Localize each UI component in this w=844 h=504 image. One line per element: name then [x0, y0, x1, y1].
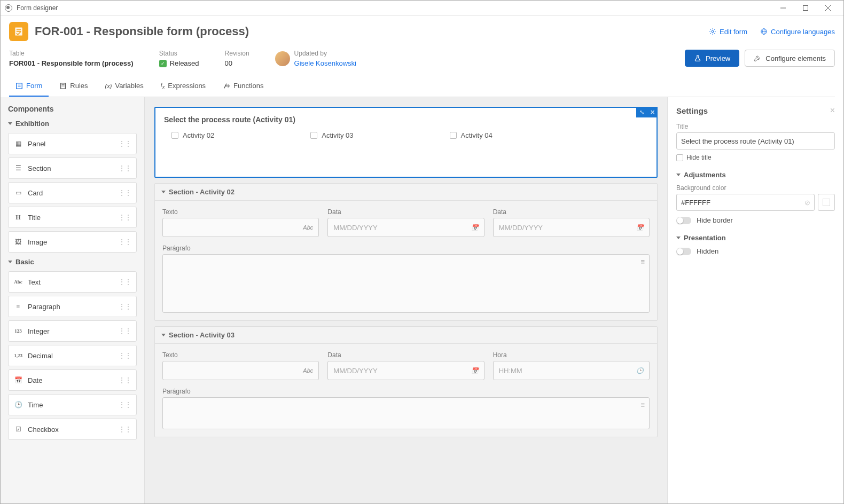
- component-text[interactable]: AbcText⋮⋮: [8, 271, 137, 293]
- date-placeholder: MM/DD/YYYY: [499, 224, 543, 232]
- hidden-toggle[interactable]: Hidden: [676, 247, 835, 255]
- form-app-icon: [9, 22, 28, 41]
- component-title[interactable]: HTitle⋮⋮: [8, 207, 137, 228]
- hide-border-toggle[interactable]: Hide border: [676, 216, 835, 224]
- image-icon: 🖼: [14, 238, 22, 246]
- component-date[interactable]: 📅Date⋮⋮: [8, 369, 137, 391]
- bgcolor-input[interactable]: [676, 194, 815, 211]
- group-basic[interactable]: Basic: [8, 258, 137, 266]
- field-label: Texto: [162, 208, 319, 216]
- align-icon: ≡: [640, 401, 645, 409]
- page-title: FOR-001 - Responsible form (process): [35, 25, 249, 38]
- tab-variables[interactable]: (x) Variables: [99, 76, 150, 97]
- time-input[interactable]: HH:MM🕒: [493, 361, 650, 380]
- hidden-label: Hidden: [697, 247, 718, 255]
- section-02-title: Section - Activity 02: [169, 188, 235, 196]
- tab-variables-label: Variables: [115, 82, 143, 90]
- close-button[interactable]: [817, 1, 839, 15]
- configure-languages-link[interactable]: Configure languages: [760, 28, 835, 36]
- date-input[interactable]: MM/DD/YYYY📅: [327, 361, 484, 380]
- preview-label: Preview: [706, 54, 730, 62]
- card-icon: ▭: [14, 189, 22, 197]
- component-checkbox[interactable]: ☑Checkbox⋮⋮: [8, 419, 137, 440]
- date-placeholder: MM/DD/YYYY: [333, 367, 377, 375]
- checkbox-activity-02[interactable]: Activity 02: [171, 131, 214, 139]
- meta-revision: Revision 00: [225, 50, 249, 67]
- date-input[interactable]: MM/DD/YYYY📅: [493, 218, 650, 237]
- component-time[interactable]: 🕒Time⋮⋮: [8, 394, 137, 415]
- settings-presentation-head[interactable]: Presentation: [676, 234, 835, 242]
- section-activity-03[interactable]: Section - Activity 03 Texto Abc Data MM/…: [154, 326, 658, 437]
- meta-table-label: Table: [9, 50, 134, 57]
- checkbox-activity-04[interactable]: Activity 04: [450, 131, 493, 139]
- calendar-icon: 📅: [471, 224, 479, 231]
- field-data-2[interactable]: Data MM/DD/YYYY📅: [493, 208, 650, 237]
- date-input[interactable]: MM/DD/YYYY📅: [327, 218, 484, 237]
- paragraph-input[interactable]: ≡: [162, 254, 650, 313]
- field-paragrafo[interactable]: Parágrafo ≡: [162, 245, 650, 313]
- settings-title-label: Title: [676, 123, 835, 130]
- globe-icon: [760, 28, 768, 35]
- clear-color-button[interactable]: ⊘: [804, 199, 810, 207]
- drag-handle-icon: ⋮⋮: [118, 400, 131, 409]
- tab-rules[interactable]: Rules: [53, 76, 94, 97]
- chevron-down-icon: [676, 237, 681, 239]
- panel-delete-button[interactable]: ✕: [647, 107, 658, 117]
- gear-icon: [709, 28, 716, 35]
- color-swatch-button[interactable]: [818, 194, 835, 211]
- settings-adjustments-label: Adjustments: [684, 171, 726, 179]
- tab-functions[interactable]: Functions: [216, 76, 270, 97]
- selected-panel[interactable]: ⤡ ✕ Select the process route (Activity 0…: [154, 107, 658, 178]
- tab-form[interactable]: Form: [9, 76, 49, 97]
- settings-title-input[interactable]: [676, 132, 835, 149]
- component-card[interactable]: ▭Card⋮⋮: [8, 182, 137, 203]
- section-activity-02[interactable]: Section - Activity 02 Texto Abc Data MM/…: [154, 183, 658, 321]
- component-decimal[interactable]: 1,23Decimal⋮⋮: [8, 345, 137, 366]
- meta-updated-value[interactable]: Gisele Kosenkowski: [294, 59, 356, 67]
- integer-icon: 123: [14, 328, 22, 334]
- field-hora[interactable]: Hora HH:MM🕒: [493, 351, 650, 380]
- functions-icon: [223, 82, 230, 90]
- header: FOR-001 - Responsible form (process) Edi…: [1, 15, 843, 97]
- component-integer[interactable]: 123Integer⋮⋮: [8, 320, 137, 342]
- field-data-3[interactable]: Data MM/DD/YYYY📅: [327, 351, 484, 380]
- hide-title-label: Hide title: [686, 154, 712, 161]
- edit-form-link[interactable]: Edit form: [709, 28, 747, 36]
- align-icon: ≡: [640, 258, 645, 266]
- canvas[interactable]: ⤡ ✕ Select the process route (Activity 0…: [145, 97, 667, 503]
- component-image[interactable]: 🖼Image⋮⋮: [8, 231, 137, 253]
- component-section[interactable]: ☰Section⋮⋮: [8, 158, 137, 179]
- tab-expressions[interactable]: fx Expressions: [154, 76, 212, 97]
- settings-adjustments-head[interactable]: Adjustments: [676, 171, 835, 179]
- field-texto-3[interactable]: Texto Abc: [162, 351, 319, 380]
- component-paragraph-label: Paragraph: [28, 303, 118, 311]
- drag-handle-icon: ⋮⋮: [118, 327, 131, 335]
- checkbox-label: Activity 02: [183, 131, 214, 139]
- swatch-preview: [823, 199, 830, 206]
- minimize-button[interactable]: [772, 1, 794, 15]
- bgcolor-label: Background color: [676, 184, 835, 192]
- paragraph-input[interactable]: ≡: [162, 397, 650, 429]
- abc-suffix-icon: Abc: [303, 367, 313, 374]
- field-texto[interactable]: Texto Abc: [162, 208, 319, 237]
- maximize-button[interactable]: [794, 1, 817, 15]
- field-paragrafo-3[interactable]: Parágrafo ≡: [162, 388, 650, 429]
- group-exhibition[interactable]: Exhibition: [8, 120, 137, 128]
- checkbox-activity-03[interactable]: Activity 03: [310, 131, 353, 139]
- title-icon: H: [14, 214, 22, 222]
- status-released-icon: [159, 60, 167, 67]
- settings-close-button[interactable]: ×: [830, 106, 835, 115]
- text-input[interactable]: Abc: [162, 361, 319, 380]
- component-panel[interactable]: ▦Panel⋮⋮: [8, 133, 137, 154]
- checkbox-label: Activity 03: [322, 131, 353, 139]
- calendar-icon: 📅: [471, 367, 479, 374]
- component-checkbox-label: Checkbox: [28, 426, 118, 434]
- preview-button[interactable]: Preview: [685, 50, 739, 67]
- panel-collapse-button[interactable]: ⤡: [636, 107, 647, 117]
- component-paragraph[interactable]: ≡Paragraph⋮⋮: [8, 296, 137, 317]
- expressions-icon: fx: [161, 82, 165, 90]
- text-input[interactable]: Abc: [162, 218, 319, 237]
- configure-elements-button[interactable]: Configure elements: [745, 50, 835, 67]
- field-data-1[interactable]: Data MM/DD/YYYY📅: [327, 208, 484, 237]
- hide-title-checkbox[interactable]: Hide title: [676, 154, 835, 161]
